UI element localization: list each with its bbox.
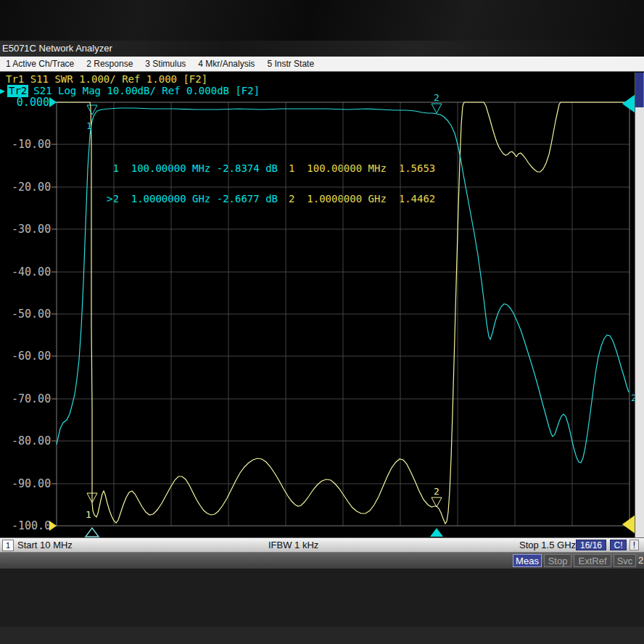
ifbw-label[interactable]: IFBW 1 kHz [268,540,318,550]
warning-badge: ! [629,540,639,550]
tr2-marker2-icon[interactable] [432,104,442,113]
app-window: E5071C Network Analyzer 1 Active Ch/Trac… [0,0,644,644]
tr2-ref-triangle-right [622,94,635,113]
softkey-panel-edge [635,73,644,537]
y-axis-ticks [51,102,57,526]
tr1-ref-triangle-right [622,515,635,534]
taskbar-svc-button[interactable]: Svc [614,554,636,567]
stop-frequency-label[interactable]: Stop 1.5 GHz [519,540,576,550]
calibration-status-badge: C! [610,540,627,550]
plot-area: 1 2 1 2 2 [0,0,644,552]
instrument-taskbar: Meas Stop ExtRef Svc 2 [0,552,644,569]
marker1-stimulus-triangle[interactable] [86,528,99,537]
tr1-ref-triangle-left[interactable] [49,521,57,531]
taskbar-meas-button[interactable]: Meas [513,554,542,567]
softkey-panel-title-edge [635,73,644,107]
sweep-count-badge: 16/16 [576,540,606,550]
graticule [51,102,629,526]
marker2-stimulus-triangle[interactable] [430,528,443,537]
start-frequency-label[interactable]: Start 10 MHz [17,540,73,550]
tr2-marker2-label: 2 [434,92,439,103]
tr1-marker2-label: 2 [434,486,439,497]
bottom-dark-area [0,569,644,644]
taskbar-stop-button[interactable]: Stop [544,554,571,567]
taskbar-clock-partial: 2 [638,554,643,567]
bottom-band [0,627,644,644]
channel-number-box: 1 [2,540,14,551]
tr2-ref-triangle-left[interactable] [49,97,57,107]
tr2-marker1-label: 1 [86,120,92,131]
status-bar: 1 Start 10 MHz IFBW 1 kHz Stop 1.5 GHz 1… [0,537,644,552]
taskbar-extref-button[interactable]: ExtRef [574,554,611,567]
tr1-marker2-icon[interactable] [432,498,442,507]
tr1-marker1-label: 1 [86,509,91,520]
